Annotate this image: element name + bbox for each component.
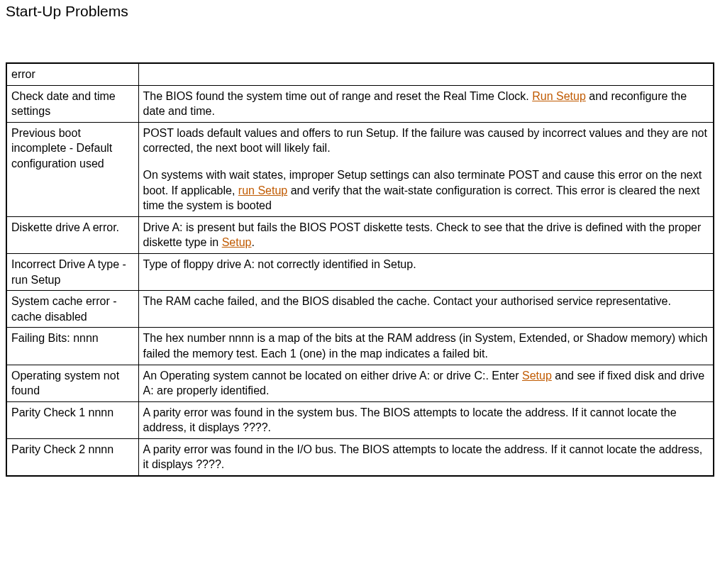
page-title: Start-Up Problems: [6, 3, 714, 20]
table-row: error: [6, 63, 714, 85]
error-name-cell: Operating system not found: [6, 365, 138, 401]
description-paragraph: On systems with wait states, improper Se…: [143, 167, 709, 213]
error-name-cell: error: [6, 63, 138, 85]
description-paragraph: POST loads default values and offers to …: [143, 126, 709, 156]
table-row: Incorrect Drive A type - run SetupType o…: [6, 253, 714, 290]
table-row: Diskette drive A error.Drive A: is prese…: [6, 216, 714, 253]
table-row: System cache error - cache disabledThe R…: [6, 291, 714, 328]
error-description-cell: POST loads default values and offers to …: [138, 122, 714, 216]
error-description-cell: The RAM cache failed, and the BIOS disab…: [138, 291, 714, 328]
table-row: Check date and time settingsThe BIOS fou…: [6, 85, 714, 122]
error-name-cell: System cache error - cache disabled: [6, 291, 138, 328]
error-name-cell: Previous boot incomplete - Default confi…: [6, 122, 138, 216]
error-description-cell: The hex number nnnn is a map of the bits…: [138, 328, 714, 365]
setup-link[interactable]: Run Setup: [532, 90, 586, 102]
error-name-cell: Parity Check 1 nnnn: [6, 401, 138, 438]
setup-link[interactable]: Setup: [522, 370, 552, 382]
setup-link[interactable]: run Setup: [238, 184, 287, 196]
error-table: errorCheck date and time settingsThe BIO…: [6, 62, 714, 477]
error-table-body: errorCheck date and time settingsThe BIO…: [6, 63, 714, 476]
error-name-cell: Check date and time settings: [6, 85, 138, 122]
error-name-cell: Parity Check 2 nnnn: [6, 438, 138, 476]
error-description-cell: Drive A: is present but fails the BIOS P…: [138, 216, 714, 253]
error-description-cell: A parity error was found in the I/O bus.…: [138, 438, 714, 476]
table-row: Failing Bits: nnnnThe hex number nnnn is…: [6, 328, 714, 365]
table-row: Previous boot incomplete - Default confi…: [6, 122, 714, 216]
error-description-cell: A parity error was found in the system b…: [138, 401, 714, 438]
error-description-cell: The BIOS found the system time out of ra…: [138, 85, 714, 122]
error-name-cell: Diskette drive A error.: [6, 216, 138, 253]
error-name-cell: Failing Bits: nnnn: [6, 328, 138, 365]
table-row: Operating system not foundAn Operating s…: [6, 365, 714, 401]
error-description-cell: Type of floppy drive A: not correctly id…: [138, 253, 714, 290]
setup-link[interactable]: Setup: [222, 236, 252, 248]
table-row: Parity Check 1 nnnnA parity error was fo…: [6, 401, 714, 438]
error-description-cell: An Operating system cannot be located on…: [138, 365, 714, 401]
error-name-cell: Incorrect Drive A type - run Setup: [6, 253, 138, 290]
error-description-cell: [138, 63, 714, 85]
table-row: Parity Check 2 nnnnA parity error was fo…: [6, 438, 714, 476]
